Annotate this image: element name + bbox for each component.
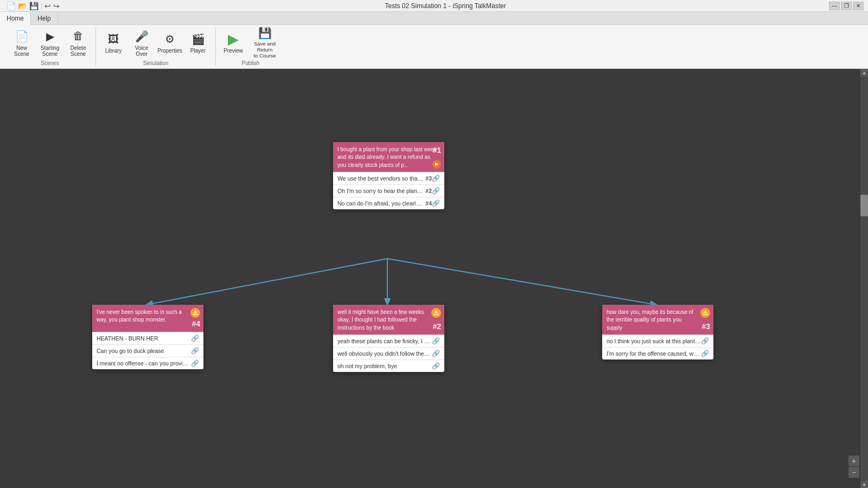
scene-4-header-text: I've never been spoken to in such a way,… xyxy=(97,309,182,323)
zoom-controls[interactable]: + − xyxy=(848,455,859,478)
link-icon: 🔗 xyxy=(191,359,199,367)
scene-card-2[interactable]: well it might have been a few weeks okay… xyxy=(333,305,444,372)
scene-4-response-3[interactable]: I meant no offense - can you provide m..… xyxy=(92,357,203,369)
scene-header-1: I bought a plant from your shop last wee… xyxy=(333,142,444,172)
properties-button[interactable]: ⚙ Properties xyxy=(157,28,183,58)
redo-icon[interactable]: ↪ xyxy=(53,2,60,10)
scene-3-num: #3 xyxy=(701,322,710,331)
publish-label: Publish xyxy=(220,60,281,66)
scene-2-warning-icon: ⚠ xyxy=(431,308,441,318)
link-icon: 🔗 xyxy=(432,175,440,182)
scene-card-4[interactable]: I've never been spoken to in such a way,… xyxy=(92,305,203,369)
voice-over-icon: 🎤 xyxy=(134,29,149,44)
scroll-down-button[interactable]: ▼ xyxy=(860,481,868,488)
delete-icon: 🗑 xyxy=(71,29,86,44)
scroll-up-button[interactable]: ▲ xyxy=(860,69,868,76)
player-button[interactable]: 🎬 Player xyxy=(185,28,211,58)
svg-line-0 xyxy=(146,259,387,305)
zoom-out-button[interactable]: − xyxy=(848,467,859,478)
scenes-label: Scenes xyxy=(9,60,91,66)
maximize-button[interactable]: ❐ xyxy=(841,2,852,10)
scene-3-warning-icon: ⚠ xyxy=(700,308,710,318)
scenes-buttons: 📄 New Scene ▶ Starting Scene 🗑 Delete Sc… xyxy=(9,27,91,58)
scrollbar-right[interactable]: ▲ ▼ xyxy=(860,69,868,488)
ribbon-group-scenes: 📄 New Scene ▶ Starting Scene 🗑 Delete Sc… xyxy=(4,27,96,66)
starting-scene-button[interactable]: ▶ Starting Scene xyxy=(37,28,63,58)
new-scene-icon: 📄 xyxy=(14,29,29,44)
scene-3-response-1[interactable]: no I think you just suck at this plant o… xyxy=(602,335,713,347)
svg-line-2 xyxy=(387,259,656,305)
open-icon[interactable]: 📂 xyxy=(18,2,27,10)
tab-help[interactable]: Help xyxy=(31,12,58,24)
scene-4-response-2[interactable]: Can you go to duck please 🔗 xyxy=(92,344,203,357)
scene-4-warning-icon: ⚠ xyxy=(190,308,200,318)
scene-2-header-text: well it might have been a few weeks okay… xyxy=(337,309,424,331)
scene-2-response-3[interactable]: oh not my problem, bye 🔗 xyxy=(333,359,444,372)
minimize-button[interactable]: — xyxy=(829,2,840,10)
link-icon: 🔗 xyxy=(432,362,440,370)
voice-over-button[interactable]: 🎤 Voice Over xyxy=(129,28,155,58)
scene-header-3: how dare you, maybe its because of the t… xyxy=(602,305,713,335)
preview-button[interactable]: ▶ Preview xyxy=(220,28,246,58)
scroll-thumb[interactable] xyxy=(860,195,868,216)
quick-access-toolbar[interactable]: 📄 📂 💾 | ↩ ↪ xyxy=(4,2,62,10)
scene-1-num: #1 xyxy=(432,145,441,155)
ribbon-content: 📄 New Scene ▶ Starting Scene 🗑 Delete Sc… xyxy=(0,25,868,68)
simulation-label: Simulation xyxy=(100,60,211,66)
ribbon-tabs[interactable]: Home Help xyxy=(0,12,868,25)
title-bar: 📄 📂 💾 | ↩ ↪ Tests 02 Simulation 1 - iSpr… xyxy=(0,0,868,12)
canvas: I bought a plant from your shop last wee… xyxy=(0,69,868,488)
undo-icon[interactable]: ↩ xyxy=(44,2,51,10)
scene-1-header-text: I bought a plant from your shop last wee… xyxy=(337,146,437,168)
link-icon: 🔗 xyxy=(191,347,199,355)
link-icon: 🔗 xyxy=(191,335,199,342)
window-title: Tests 02 Simulation 1 - iSpring TalkMast… xyxy=(62,2,829,10)
scene-1-response-1[interactable]: We use the best vendors so thats not tr.… xyxy=(333,172,444,184)
scene-2-response-2[interactable]: well obviously you didn't follow them ..… xyxy=(333,347,444,359)
link-icon: 🔗 xyxy=(701,337,709,345)
scene-2-response-1[interactable]: yeah these plants can be finicky, I know… xyxy=(333,335,444,347)
player-icon: 🎬 xyxy=(190,31,206,47)
link-icon: 🔗 xyxy=(432,187,440,195)
scene-1-response-3[interactable]: No can do I'm afraid, you clearly just w… xyxy=(333,197,444,209)
link-icon: 🔗 xyxy=(432,337,440,345)
scene-3-response-2[interactable]: I'm sorry for the offense caused, we try… xyxy=(602,347,713,359)
new-file-icon[interactable]: 📄 xyxy=(7,2,16,10)
link-icon: 🔗 xyxy=(432,350,440,357)
starting-scene-icon: ▶ xyxy=(42,29,58,44)
save-return-button[interactable]: 💾 Save and Return to Course xyxy=(248,28,281,58)
scene-1-play-icon[interactable]: ▶ xyxy=(432,160,441,169)
scene-card-1[interactable]: I bought a plant from your shop last wee… xyxy=(333,142,444,209)
ribbon-group-publish: ▶ Preview 💾 Save and Return to Course Pu… xyxy=(216,27,285,66)
connectors-svg xyxy=(0,69,868,488)
scene-2-num: #2 xyxy=(432,322,441,331)
scene-4-response-1[interactable]: HEATHEN - BURN HER 🔗 xyxy=(92,332,203,344)
delete-scene-button[interactable]: 🗑 Delete Scene xyxy=(65,28,91,58)
ribbon-group-simulation: 🖼 Library 🎤 Voice Over ⚙ Properties 🎬 Pl… xyxy=(96,27,216,66)
link-icon: 🔗 xyxy=(432,200,440,207)
scene-header-4: I've never been spoken to in such a way,… xyxy=(92,305,203,332)
link-icon: 🔗 xyxy=(701,350,709,357)
library-button[interactable]: 🖼 Library xyxy=(100,28,126,58)
scene-1-response-2[interactable]: Oh I'm so sorry to hear the plant died, … xyxy=(333,184,444,197)
new-scene-button[interactable]: 📄 New Scene xyxy=(9,28,35,58)
scene-header-2: well it might have been a few weeks okay… xyxy=(333,305,444,335)
scene-4-num: #4 xyxy=(192,319,200,329)
scene-3-header-text: how dare you, maybe its because of the t… xyxy=(607,309,693,331)
scene-card-3[interactable]: how dare you, maybe its because of the t… xyxy=(602,305,713,359)
close-button[interactable]: ✕ xyxy=(853,2,864,10)
properties-icon: ⚙ xyxy=(162,31,177,47)
save-icon[interactable]: 💾 xyxy=(29,2,39,10)
publish-buttons: ▶ Preview 💾 Save and Return to Course xyxy=(220,27,281,58)
library-icon: 🖼 xyxy=(106,31,121,47)
ribbon: Home Help 📄 New Scene ▶ Starting Scene 🗑… xyxy=(0,12,868,69)
window-controls[interactable]: — ❐ ✕ xyxy=(829,2,864,10)
tab-home[interactable]: Home xyxy=(0,12,31,25)
save-return-icon: 💾 xyxy=(257,27,272,40)
simulation-buttons: 🖼 Library 🎤 Voice Over ⚙ Properties 🎬 Pl… xyxy=(100,27,211,58)
zoom-in-button[interactable]: + xyxy=(848,455,859,466)
preview-icon: ▶ xyxy=(226,31,241,47)
